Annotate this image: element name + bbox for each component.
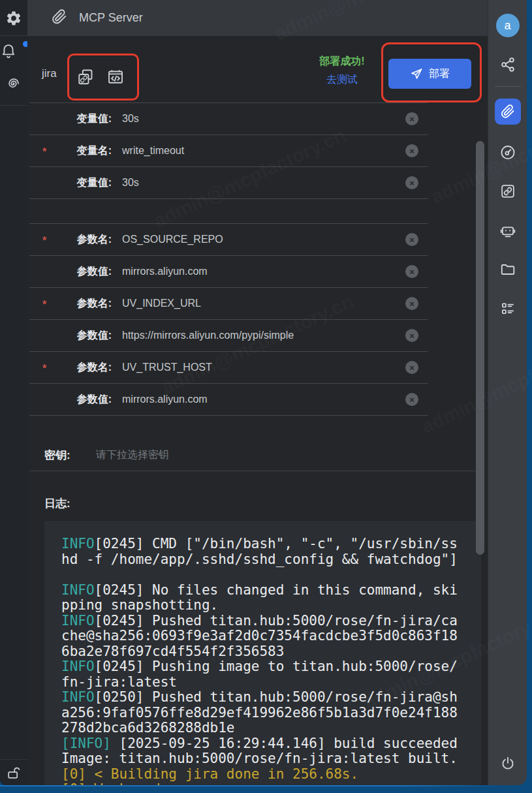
log-segment: INFO bbox=[61, 689, 95, 705]
log-segment: [INFO] bbox=[61, 736, 111, 751]
remove-row-button[interactable]: × bbox=[405, 329, 418, 342]
log-box[interactable]: INFO[0245] CMD ["/bin/bash", "-c", "/usr… bbox=[44, 521, 481, 785]
window-edge-highlight bbox=[0, 785, 503, 786]
log-line: Image: titan.hub:5000/rose/fn-jira:lates… bbox=[61, 751, 458, 767]
spiral-icon[interactable] bbox=[5, 75, 22, 95]
log-segment: INFO bbox=[61, 613, 95, 629]
remove-row-button[interactable]: × bbox=[405, 176, 418, 189]
form-row: *参数名:UV_INDEX_URL× bbox=[29, 288, 428, 320]
log-line: INFO[0250] Pushed titan.hub:5000/rose/fn… bbox=[61, 690, 458, 736]
deploy-button-label: 部署 bbox=[429, 67, 450, 81]
required-asterisk: * bbox=[42, 144, 52, 158]
form-row-group: 变量值:30s×*变量名:write_timeout×变量值:30s× bbox=[29, 102, 428, 199]
avatar[interactable]: a bbox=[496, 14, 520, 37]
row-value[interactable]: https://mirrors.aliyun.com/pypi/simple bbox=[122, 330, 405, 341]
power-icon[interactable] bbox=[499, 755, 516, 772]
unlock-icon[interactable] bbox=[0, 759, 27, 786]
form-row: *参数名:OS_SOURCE_REPO× bbox=[29, 224, 428, 256]
share-icon[interactable] bbox=[499, 56, 516, 73]
log-segment: [0250] Pushed titan.hub:5000/rose/fn-jir… bbox=[61, 689, 458, 736]
secret-row: 密钥: 请下拉选择密钥 bbox=[29, 439, 169, 471]
log-content: INFO[0245] CMD ["/bin/bash", "-c", "/usr… bbox=[61, 536, 458, 785]
form-row: 参数值:https://mirrors.aliyun.com/pypi/simp… bbox=[29, 320, 428, 352]
left-sidebar bbox=[0, 0, 28, 785]
row-value[interactable]: mirrors.aliyun.com bbox=[122, 394, 405, 405]
log-label: 日志: bbox=[44, 496, 70, 511]
row-label: 参数值: bbox=[52, 329, 112, 343]
log-segment: INFO bbox=[61, 582, 95, 598]
log-line: [0] < Building jira done in 256.68s. bbox=[61, 767, 458, 783]
log-line: INFO[0245] Pushing image to titan.hub:50… bbox=[61, 659, 458, 690]
log-line: INFO[0245] CMD ["/bin/bash", "-c", "/usr… bbox=[61, 536, 458, 567]
go-test-link[interactable]: 去测试 bbox=[304, 70, 380, 89]
row-value[interactable]: mirrors.aliyun.com bbox=[122, 266, 405, 277]
app-window: MCP Server jira 部署成功! 去测试 部署 bbox=[0, 0, 532, 793]
link-square-icon[interactable] bbox=[499, 183, 516, 200]
log-segment: [0245] Pushing image to titan.hub:5000/r… bbox=[61, 659, 458, 690]
sidebar-divider bbox=[495, 86, 521, 87]
notifications-bell-icon[interactable] bbox=[0, 42, 27, 62]
remove-row-button[interactable]: × bbox=[405, 393, 418, 406]
row-label: 参数值: bbox=[52, 265, 112, 279]
log-segment: [0245] No files changed in this command,… bbox=[61, 582, 458, 614]
page-header: MCP Server bbox=[27, 0, 488, 36]
remove-row-button[interactable]: × bbox=[405, 233, 418, 246]
secret-label: 密钥: bbox=[44, 448, 96, 463]
robot-icon[interactable] bbox=[499, 221, 517, 240]
form-row: 变量值:30s× bbox=[29, 167, 428, 199]
row-value[interactable]: UV_TRUST_HOST bbox=[122, 362, 405, 373]
required-asterisk bbox=[42, 270, 52, 273]
deploy-success-text: 部署成功! bbox=[304, 53, 380, 70]
scrollbar-thumb[interactable] bbox=[476, 141, 484, 555]
tab-mcp-server-active[interactable] bbox=[495, 99, 521, 125]
row-value[interactable]: OS_SOURCE_REPO bbox=[122, 234, 405, 245]
settings-gear-icon[interactable] bbox=[5, 10, 22, 29]
main-panel: MCP Server jira 部署成功! 去测试 部署 bbox=[27, 0, 488, 785]
log-segment: [0245] CMD ["/bin/bash", "-c", "/usr/sbi… bbox=[61, 536, 458, 567]
board-list-icon[interactable] bbox=[499, 300, 516, 317]
copy-link-icon[interactable] bbox=[76, 67, 95, 87]
required-asterisk bbox=[42, 181, 52, 184]
folder-icon[interactable] bbox=[499, 261, 516, 278]
row-value[interactable]: 30s bbox=[122, 177, 405, 189]
right-sidebar: a bbox=[488, 0, 527, 785]
mcp-paperclip-icon bbox=[500, 104, 516, 119]
row-value[interactable]: UV_INDEX_URL bbox=[122, 298, 405, 309]
deploy-status: 部署成功! 去测试 bbox=[304, 53, 380, 89]
row-value[interactable]: write_timeout bbox=[122, 145, 405, 157]
section-divider bbox=[29, 471, 481, 471]
form-rows: 变量值:30s×*变量名:write_timeout×变量值:30s×*参数名:… bbox=[29, 102, 428, 416]
action-bar: jira 部署成功! 去测试 部署 bbox=[27, 36, 488, 102]
remove-row-button[interactable]: × bbox=[405, 265, 418, 278]
paper-plane-icon bbox=[410, 67, 423, 80]
page-title: MCP Server bbox=[79, 11, 143, 25]
form-row-group: *参数名:OS_SOURCE_REPO×参数值:mirrors.aliyun.c… bbox=[29, 223, 428, 416]
required-asterisk bbox=[42, 398, 52, 401]
required-asterisk: * bbox=[42, 232, 52, 247]
log-segment: [2025-09-25 16:29:44.146] build succeede… bbox=[111, 736, 458, 751]
remove-row-button[interactable]: × bbox=[405, 112, 418, 125]
server-icon-group bbox=[76, 67, 125, 87]
log-line bbox=[61, 567, 458, 583]
form-row: *变量名:write_timeout× bbox=[29, 135, 428, 167]
log-line: INFO[0245] Pushed titan.hub:5000/rose/fn… bbox=[61, 614, 458, 660]
remove-row-button[interactable]: × bbox=[405, 361, 418, 374]
code-embed-icon[interactable] bbox=[106, 67, 125, 87]
form-row: 参数值:mirrors.aliyun.com× bbox=[29, 384, 428, 416]
row-label: 变量值: bbox=[52, 112, 112, 126]
log-segment: INFO bbox=[61, 536, 95, 552]
remove-row-button[interactable]: × bbox=[405, 144, 418, 157]
secret-select[interactable]: 请下拉选择密钥 bbox=[96, 448, 169, 462]
log-segment: INFO bbox=[61, 659, 95, 674]
remove-row-button[interactable]: × bbox=[405, 297, 418, 310]
mcp-paperclip-icon bbox=[51, 8, 68, 28]
gauge-icon[interactable] bbox=[499, 143, 517, 161]
required-asterisk: * bbox=[42, 296, 52, 311]
required-asterisk: * bbox=[42, 360, 52, 375]
log-segment: Image: titan.hub:5000/rose/fn-jira:lates… bbox=[61, 751, 458, 766]
log-line: [INFO] [2025-09-25 16:29:44.146] build s… bbox=[61, 736, 458, 752]
deploy-button[interactable]: 部署 bbox=[388, 59, 471, 89]
row-value[interactable]: 30s bbox=[122, 113, 405, 125]
log-segment: [0] < Building jira done in 256.68s. bbox=[61, 766, 358, 782]
row-label: 变量值: bbox=[52, 176, 112, 190]
